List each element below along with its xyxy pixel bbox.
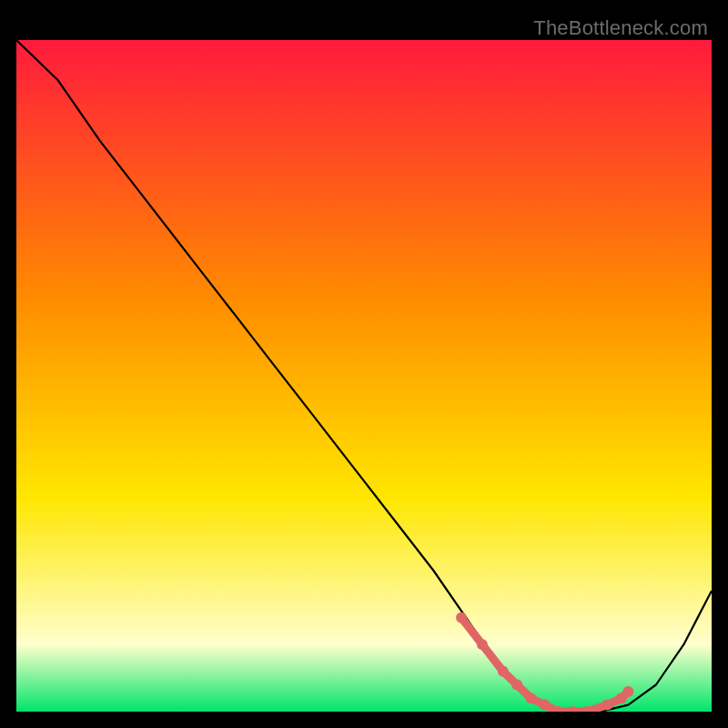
chart-frame: TheBottleneck.com	[16, 16, 712, 712]
chart-svg	[16, 40, 712, 712]
highlighted-segment	[622, 692, 629, 698]
watermark-text: TheBottleneck.com	[533, 16, 708, 40]
plot-area	[16, 40, 712, 712]
gradient-background	[16, 40, 712, 712]
